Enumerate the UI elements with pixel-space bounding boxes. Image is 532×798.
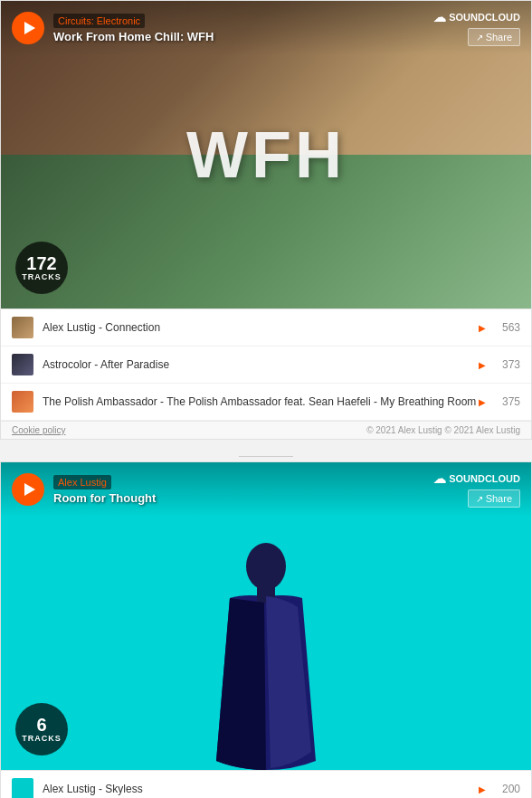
top-bar-info-2: Alex Lustig Room for Thought bbox=[53, 475, 433, 505]
play-count: 375 bbox=[491, 395, 520, 408]
player-card-1: WFH 172 TRACKS Circuits: Electronic Work… bbox=[0, 0, 532, 440]
track-count-label-2: TRACKS bbox=[22, 734, 62, 743]
soundcloud-logo-2: ☁ SOUNDCLOUD bbox=[433, 471, 520, 486]
top-bar-1: Circuits: Electronic Work From Home Chil… bbox=[1, 1, 531, 55]
track-item[interactable]: Alex Lustig - Skyless ▶ 200 bbox=[1, 771, 531, 798]
play-count: 200 bbox=[491, 783, 520, 795]
top-bar-info-1: Circuits: Electronic Work From Home Chil… bbox=[53, 14, 433, 43]
cookie-policy-link-1[interactable]: Cookie policy bbox=[12, 425, 65, 435]
track-title-1: Work From Home Chill: WFH bbox=[53, 30, 433, 43]
track-name: Alex Lustig - Connection bbox=[43, 321, 479, 334]
track-right: ▶ 375 bbox=[479, 395, 520, 408]
play-icon: ▶ bbox=[479, 323, 486, 333]
wfh-text: WFH bbox=[186, 118, 346, 192]
track-title-2: Room for Thought bbox=[53, 491, 433, 505]
artwork-2: 6 TRACKS Alex Lustig Room for Thought ☁ … bbox=[1, 462, 531, 770]
artwork-1: WFH 172 TRACKS Circuits: Electronic Work… bbox=[1, 1, 531, 309]
track-name: Astrocolor - After Paradise bbox=[43, 358, 479, 371]
track-count-badge-1: 172 TRACKS bbox=[15, 242, 68, 294]
soundcloud-logo-1: ☁ SOUNDCLOUD bbox=[433, 10, 520, 24]
share-button-1[interactable]: ↗ Share bbox=[468, 28, 520, 46]
track-item[interactable]: The Polish Ambassador - The Polish Ambas… bbox=[1, 384, 531, 421]
share-label-1: Share bbox=[486, 32, 512, 43]
track-thumb bbox=[12, 391, 33, 413]
track-list-2: Alex Lustig - Skyless ▶ 200 Alex Lustig … bbox=[1, 770, 531, 798]
soundcloud-icon-2: ☁ bbox=[433, 471, 446, 486]
track-item[interactable]: Astrocolor - After Paradise ▶ 373 bbox=[1, 347, 531, 384]
track-category-1: Circuits: Electronic bbox=[53, 14, 145, 28]
track-category-2: Alex Lustig bbox=[53, 475, 111, 489]
track-name: Alex Lustig - Skyless bbox=[43, 783, 479, 795]
track-name: The Polish Ambassador - The Polish Ambas… bbox=[43, 395, 479, 408]
track-item[interactable]: Alex Lustig - Connection ▶ 563 bbox=[1, 309, 531, 347]
track-count-num-2: 6 bbox=[36, 716, 46, 734]
divider-line bbox=[239, 456, 293, 457]
track-thumb bbox=[12, 317, 33, 338]
share-label-2: Share bbox=[486, 493, 512, 504]
top-bar-right-1: ☁ SOUNDCLOUD ↗ Share bbox=[433, 10, 520, 46]
track-right: ▶ 563 bbox=[479, 321, 520, 334]
play-button-2[interactable] bbox=[12, 473, 44, 506]
track-thumb bbox=[12, 778, 33, 798]
share-icon-1: ↗ bbox=[476, 33, 483, 43]
share-button-2[interactable]: ↗ Share bbox=[468, 489, 520, 508]
soundcloud-text-2: SOUNDCLOUD bbox=[449, 473, 520, 484]
play-count: 563 bbox=[491, 321, 520, 334]
play-icon: ▶ bbox=[479, 360, 486, 370]
top-bar-right-2: ☁ SOUNDCLOUD ↗ Share bbox=[433, 471, 520, 508]
play-button-1[interactable] bbox=[12, 12, 44, 44]
track-count-num-1: 172 bbox=[26, 254, 56, 272]
track-right: ▶ 200 bbox=[479, 783, 520, 795]
share-icon-2: ↗ bbox=[476, 494, 483, 504]
play-count: 373 bbox=[491, 358, 520, 371]
track-count-badge-2: 6 TRACKS bbox=[15, 703, 68, 755]
svg-point-0 bbox=[246, 543, 286, 590]
soundcloud-icon-1: ☁ bbox=[433, 10, 446, 24]
card-footer-1: Cookie policy © 2021 Alex Lustig © 2021 … bbox=[1, 421, 531, 439]
track-list-1: Alex Lustig - Connection ▶ 563 Astrocolo… bbox=[1, 309, 531, 421]
top-bar-2: Alex Lustig Room for Thought ☁ SOUNDCLOU… bbox=[1, 462, 531, 517]
divider bbox=[0, 451, 532, 461]
player-card-2: 6 TRACKS Alex Lustig Room for Thought ☁ … bbox=[0, 461, 532, 798]
person-silhouette bbox=[203, 535, 329, 770]
track-count-label-1: TRACKS bbox=[22, 272, 62, 281]
footer-copyright-1: © 2021 Alex Lustig © 2021 Alex Lustig bbox=[366, 425, 520, 435]
soundcloud-text-1: SOUNDCLOUD bbox=[449, 12, 520, 23]
play-icon: ▶ bbox=[479, 784, 486, 794]
play-icon: ▶ bbox=[479, 397, 486, 407]
track-thumb bbox=[12, 354, 33, 375]
track-right: ▶ 373 bbox=[479, 358, 520, 371]
